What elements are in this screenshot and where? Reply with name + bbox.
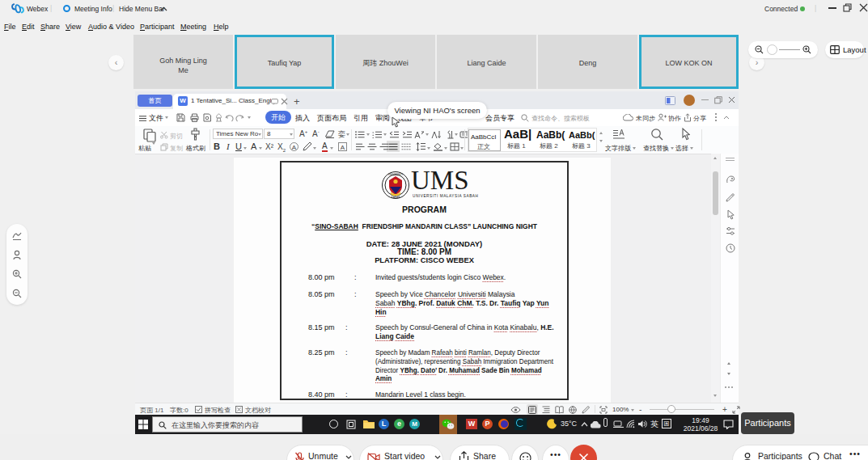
svg-text:UNIVERSITI: UNIVERSITI	[388, 173, 403, 176]
svg-text:SABAH: SABAH	[392, 196, 401, 199]
